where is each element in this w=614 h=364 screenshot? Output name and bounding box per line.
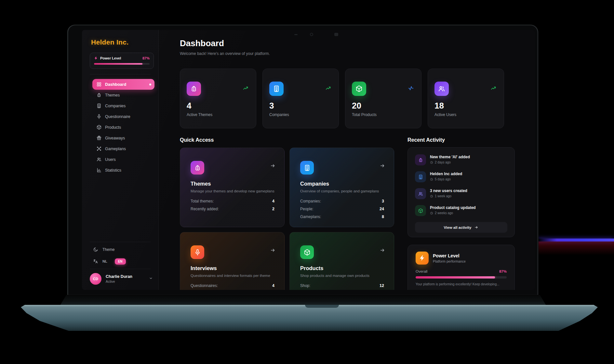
nav-label: Statistics [105, 168, 121, 173]
stats-row: 4 Active Themes 3 Companies [180, 69, 504, 128]
nav-label: Products [105, 125, 121, 130]
bezel-dash-icon [294, 34, 298, 35]
stat-row-label: Total themes: [191, 199, 214, 203]
stat-row-label: People: [300, 207, 314, 211]
laptop-hinge [60, 295, 546, 305]
active-dot [149, 84, 151, 85]
view-all-activity-button[interactable]: View all activity [415, 222, 507, 233]
lang-nl-button[interactable]: NL [102, 259, 107, 263]
sidebar-nav: Dashboard Themes Companies [92, 79, 154, 176]
card-description: Overview of companies, people and gamepl… [300, 189, 384, 193]
microphone-icon [96, 114, 102, 119]
activity-item: Helden Inc added 5 days ago [415, 171, 507, 184]
laptop-mockup-scene: Helden Inc. Power Level 87% [0, 0, 614, 364]
stat-row-label: Companies: [300, 199, 321, 203]
clock-icon [430, 195, 433, 198]
laptop-screen: Helden Inc. Power Level 87% [82, 30, 535, 290]
stat-value: 20 [352, 101, 415, 111]
building-icon [300, 161, 314, 175]
stat-label: Total Products [352, 112, 415, 117]
trending-up-icon [325, 85, 331, 93]
overall-label: Overall [416, 269, 427, 273]
bar-chart-icon [96, 167, 102, 173]
stat-value: 3 [269, 101, 332, 111]
activity-item: Product catalog updated 2 weeks ago [415, 205, 507, 218]
sidebar-item-questionnaire[interactable]: Questionnaire [92, 111, 154, 122]
lang-en-button[interactable]: EN [115, 258, 126, 265]
clock-icon [430, 178, 433, 181]
sidebar-item-dashboard[interactable]: Dashboard [92, 79, 154, 90]
quick-access-card-interviews[interactable]: Interviews Questionnaires and interview … [180, 232, 285, 290]
theme-toggle[interactable]: Theme [82, 244, 158, 255]
power-card-subtitle: Platform performance [433, 259, 466, 263]
stat-label: Active Themes [187, 112, 249, 117]
card-description: Shop products and manage own products [300, 274, 384, 278]
sidebar-item-themes[interactable]: Themes [92, 90, 154, 100]
nav-label: Gameplans [105, 147, 126, 151]
brain-icon [415, 154, 426, 165]
card-title: Products [300, 265, 384, 271]
power-level-value: 87% [142, 56, 150, 60]
card-description: Manage your themes and develop new gamep… [191, 189, 274, 193]
sidebar-item-giveaways[interactable]: Giveaways [92, 133, 154, 143]
stat-label: Active Users [434, 112, 497, 117]
sidebar-item-gameplans[interactable]: Gameplans [92, 143, 154, 154]
stat-card-total-products: 20 Total Products [345, 69, 421, 128]
sidebar-item-statistics[interactable]: Statistics [92, 165, 154, 176]
clock-icon [430, 212, 433, 215]
activity-time: 2 weeks ago [435, 211, 453, 215]
package-icon [352, 82, 366, 96]
stat-row: People: 24 [300, 205, 384, 213]
webcam-icon [310, 33, 313, 36]
package-icon [300, 245, 314, 259]
arrow-right-icon [474, 225, 478, 229]
users-icon [415, 188, 426, 199]
laptop-lid: Helden Inc. Power Level 87% [67, 25, 538, 295]
screen-top-glyphs [82, 30, 535, 38]
card-title: Companies [300, 181, 384, 187]
power-card-title: Power Level [433, 253, 466, 258]
stat-row-value: 4 [272, 283, 274, 288]
theme-label: Theme [102, 247, 114, 252]
nodes-icon [96, 146, 102, 151]
stat-card-active-users: 18 Active Users [428, 69, 504, 128]
recent-activity-card: New theme 'AI' added 2 days ago [407, 147, 515, 237]
stat-value: 4 [187, 101, 249, 111]
trending-up-icon [490, 85, 497, 93]
stat-row-label: Shop: [300, 283, 310, 288]
language-switcher: NL EN [82, 255, 158, 267]
brain-icon [191, 161, 204, 175]
stat-row-value: 3 [382, 199, 384, 203]
stat-row-value: 2 [272, 207, 274, 211]
activity-title: Helden Inc added [430, 171, 462, 176]
moon-icon [93, 247, 98, 252]
bezel-square-icon [334, 33, 338, 36]
stat-row-value: 12 [380, 283, 384, 288]
overall-progress-track [416, 276, 507, 279]
stat-row: Questionnaires: 4 [191, 282, 274, 290]
bolt-icon [416, 252, 429, 265]
sidebar-item-companies[interactable]: Companies [92, 100, 154, 111]
users-icon [434, 82, 449, 96]
quick-access-card-companies[interactable]: Companies Overview of companies, people … [289, 148, 394, 227]
sidebar-item-users[interactable]: Users [92, 154, 154, 165]
arrow-right-icon [270, 163, 276, 170]
user-menu[interactable]: CD Charlie Duran Active [82, 269, 158, 290]
main-content: Dashboard Welcome back! Here's an overvi… [159, 30, 535, 290]
activity-time: 1 week ago [435, 194, 451, 198]
brain-icon [96, 92, 102, 98]
quick-access-card-products[interactable]: Products Shop products and manage own pr… [289, 232, 394, 290]
overall-value: 87% [499, 269, 507, 273]
nav-label: Questionnaire [105, 114, 130, 119]
stat-value: 18 [434, 101, 497, 111]
card-title: Interviews [191, 265, 274, 271]
sidebar-item-products[interactable]: Products [92, 122, 154, 133]
quick-access-card-themes[interactable]: Themes Manage your themes and develop ne… [180, 148, 285, 227]
page-title: Dashboard [180, 38, 224, 48]
overall-progress-fill [416, 276, 495, 279]
stat-card-companies: 3 Companies [262, 69, 339, 128]
stat-row-label: Recently added: [191, 207, 219, 211]
trending-up-icon [243, 85, 249, 93]
nav-label: Giveaways [105, 136, 125, 140]
background-light-strip [538, 239, 614, 241]
